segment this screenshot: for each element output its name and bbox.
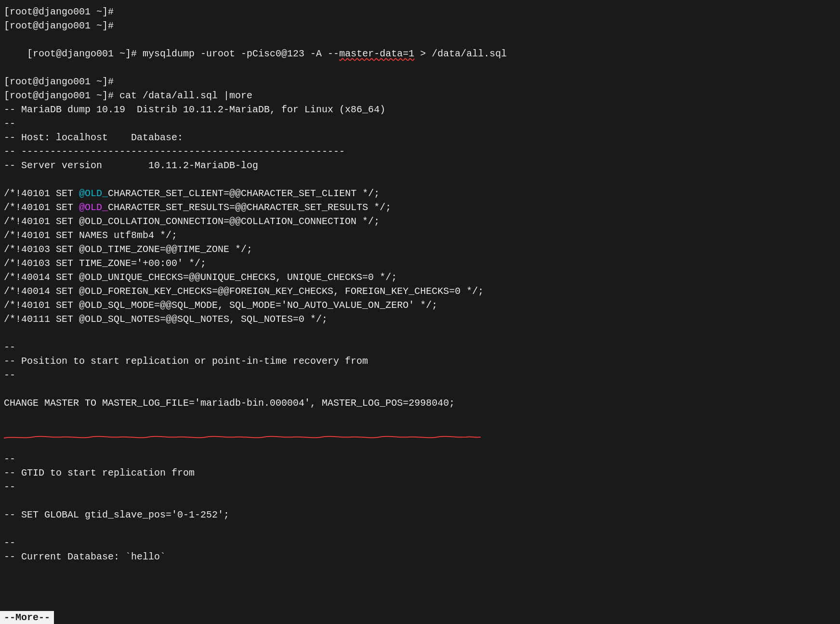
terminal-line-6: -- MariaDB dump 10.19 Distrib 10.11.2-Ma…	[4, 103, 836, 117]
terminal-line-21: /*!40111 SET @OLD_SQL_NOTES=@@SQL_NOTES,…	[4, 312, 836, 326]
terminal-line-8: -- Host: localhost Database:	[4, 131, 836, 145]
terminal-line-9: -- -------------------------------------…	[4, 145, 836, 159]
terminal-line-14: /*!40101 SET @OLD_COLLATION_CONNECTION=@…	[4, 214, 836, 228]
terminal-line-10: -- Server version 10.11.2-MariaDB-log	[4, 159, 836, 173]
terminal-line-12: /*!40101 SET @OLD_CHARACTER_SET_CLIENT=@…	[4, 186, 836, 200]
terminal-line-22	[4, 326, 836, 340]
terminal-line-25: --	[4, 368, 836, 382]
terminal-line-30: -- GTID to start replication from	[4, 466, 836, 480]
terminal-line-15: /*!40101 SET NAMES utf8mb4 */;	[4, 228, 836, 242]
terminal-line-26	[4, 382, 836, 396]
terminal-line-5: [root@django001 ~]# cat /data/all.sql |m…	[4, 89, 836, 103]
terminal-line-2: [root@django001 ~]#	[4, 19, 836, 33]
terminal-line-17: /*!40103 SET TIME_ZONE='+00:00' */;	[4, 256, 836, 270]
terminal-line-27: CHANGE MASTER TO MASTER_LOG_FILE='mariad…	[4, 396, 836, 438]
terminal-line-33: -- SET GLOBAL gtid_slave_pos='0-1-252';	[4, 508, 836, 522]
terminal-line-35: --	[4, 536, 836, 550]
terminal-line-1: [root@django001 ~]#	[4, 5, 836, 19]
terminal-line-16: /*!40103 SET @OLD_TIME_ZONE=@@TIME_ZONE …	[4, 242, 836, 256]
terminal-line-18: /*!40014 SET @OLD_UNIQUE_CHECKS=@@UNIQUE…	[4, 270, 836, 284]
terminal-window: [root@django001 ~]# [root@django001 ~]# …	[0, 0, 840, 624]
terminal-line-36: -- Current Database: `hello`	[4, 550, 836, 564]
terminal-line-20: /*!40101 SET @OLD_SQL_MODE=@@SQL_MODE, S…	[4, 298, 836, 312]
terminal-line-23: --	[4, 340, 836, 354]
terminal-line-13: /*!40101 SET @OLD_CHARACTER_SET_RESULTS=…	[4, 200, 836, 214]
terminal-line-19: /*!40014 SET @OLD_FOREIGN_KEY_CHECKS=@@F…	[4, 284, 836, 298]
terminal-line-34	[4, 522, 836, 536]
terminal-line-7: --	[4, 117, 836, 131]
terminal-line-32	[4, 494, 836, 508]
more-bar: --More--	[0, 611, 54, 624]
terminal-line-24: -- Position to start replication or poin…	[4, 354, 836, 368]
terminal-line-3: [root@django001 ~]# mysqldump -uroot -pC…	[4, 33, 836, 75]
terminal-line-28	[4, 438, 836, 452]
terminal-line-31: --	[4, 480, 836, 494]
terminal-line-4: [root@django001 ~]#	[4, 75, 836, 89]
terminal-line-29: --	[4, 452, 836, 466]
terminal-line-11	[4, 173, 836, 186]
